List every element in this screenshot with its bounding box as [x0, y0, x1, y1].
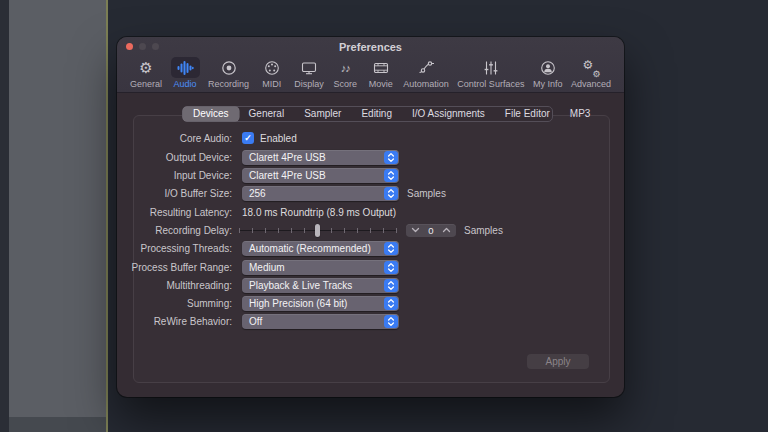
popup-chevrons-icon [384, 279, 398, 292]
process-buffer-range-popup[interactable]: Medium [242, 260, 399, 275]
samples-suffix: Samples [407, 188, 446, 199]
rewire-behavior-popup[interactable]: Off [242, 314, 399, 329]
record-icon [215, 57, 243, 78]
multithreading-popup[interactable]: Playback & Live Tracks [242, 278, 399, 293]
popup-chevrons-icon [384, 261, 398, 274]
tab-devices[interactable]: Devices [183, 107, 239, 121]
window-chrome: Preferences ⚙ General [117, 37, 624, 93]
display-icon [295, 57, 323, 78]
desktop-divider-line [106, 0, 108, 432]
tab-editing[interactable]: Editing [351, 107, 402, 121]
processing-threads-popup[interactable]: Automatic (Recommended) [242, 241, 399, 256]
music-notes-icon: ♪♪ [332, 57, 358, 78]
recording-delay-stepper: 0 [406, 224, 456, 237]
toolbar-item-midi[interactable]: MIDI [258, 57, 286, 89]
traffic-lights [126, 43, 159, 50]
toolbar-item-movie[interactable]: Movie [367, 57, 395, 89]
toolbar-item-display[interactable]: Display [294, 57, 324, 89]
stepper-decrement-chevron-icon[interactable] [411, 227, 420, 233]
slider-thumb[interactable] [315, 224, 320, 237]
minimize-button[interactable] [139, 43, 146, 50]
tab-mp3[interactable]: MP3 [560, 107, 601, 121]
row-processing-threads: Processing Threads: Automatic (Recommend… [117, 240, 624, 256]
toolbar-item-automation[interactable]: Automation [403, 57, 449, 89]
preferences-tab-bar: Devices General Sampler Editing I/O Assi… [182, 106, 553, 122]
desktop-gray-panel [9, 0, 106, 432]
tab-general[interactable]: General [239, 107, 295, 121]
preferences-window: Preferences ⚙ General [117, 37, 624, 397]
row-resulting-latency: Resulting Latency: 18.0 ms Roundtrip (8.… [117, 204, 624, 220]
toolbar-item-recording[interactable]: Recording [208, 57, 249, 89]
close-button[interactable] [126, 43, 133, 50]
tab-io-assignments[interactable]: I/O Assignments [402, 107, 495, 121]
row-recording-delay: Recording Delay: 0 Samples [117, 222, 624, 238]
samples-suffix: Samples [464, 225, 503, 236]
toolbar-item-advanced[interactable]: ⚙⚙ Advanced [571, 57, 611, 89]
toolbar-item-control-surfaces[interactable]: Control Surfaces [457, 57, 524, 89]
stepper-increment-chevron-icon[interactable] [442, 227, 451, 233]
midi-icon [258, 57, 286, 78]
row-output-device: Output Device: Clarett 4Pre USB [117, 149, 624, 165]
popup-chevrons-icon [384, 187, 398, 200]
toolbar-item-audio[interactable]: Audio [171, 57, 200, 89]
zoom-button[interactable] [152, 43, 159, 50]
automation-curve-icon [412, 57, 441, 78]
row-multithreading: Multithreading: Playback & Live Tracks [117, 277, 624, 293]
tab-sampler[interactable]: Sampler [294, 107, 351, 121]
toolbar-item-score[interactable]: ♪♪ Score [332, 57, 358, 89]
audio-waveform-icon [171, 57, 200, 78]
tab-file-editor[interactable]: File Editor [495, 107, 560, 121]
row-rewire-behavior: ReWire Behavior: Off [117, 313, 624, 329]
summing-popup[interactable]: High Precision (64 bit) [242, 296, 399, 311]
popup-chevrons-icon [384, 315, 398, 328]
desktop-gray-panel-bottom [9, 417, 106, 432]
recording-delay-value: 0 [428, 225, 433, 236]
toolbar-item-general[interactable]: ⚙ General [130, 57, 162, 89]
apply-button[interactable]: Apply [527, 354, 589, 369]
recording-delay-slider[interactable] [239, 223, 397, 237]
latency-value: 18.0 ms Roundtrip (8.9 ms Output) [242, 207, 396, 218]
row-process-buffer-range: Process Buffer Range: Medium [117, 259, 624, 275]
input-device-popup[interactable]: Clarett 4Pre USB [242, 168, 399, 183]
core-audio-checkbox[interactable]: ✓ [242, 132, 254, 144]
preferences-toolbar: ⚙ General Aud [117, 56, 624, 93]
row-core-audio: Core Audio: ✓ Enabled [117, 130, 624, 146]
desktop-left-strip [0, 0, 9, 432]
io-buffer-size-popup[interactable]: 256 [242, 186, 399, 201]
popup-chevrons-icon [384, 297, 398, 310]
popup-chevrons-icon [384, 242, 398, 255]
gears-icon: ⚙⚙ [576, 57, 605, 78]
row-summing: Summing: High Precision (64 bit) [117, 295, 624, 311]
person-icon [534, 57, 562, 78]
popup-chevrons-icon [384, 151, 398, 164]
film-icon [367, 57, 395, 78]
window-title: Preferences [117, 37, 624, 57]
output-device-popup[interactable]: Clarett 4Pre USB [242, 150, 399, 165]
checkbox-label: Enabled [260, 133, 297, 144]
checkmark-icon: ✓ [244, 133, 252, 143]
row-input-device: Input Device: Clarett 4Pre USB [117, 167, 624, 183]
titlebar: Preferences [117, 37, 624, 56]
row-io-buffer-size: I/O Buffer Size: 256 Samples [117, 185, 624, 201]
faders-icon [477, 57, 505, 78]
toolbar-item-my-info[interactable]: My Info [533, 57, 563, 89]
popup-chevrons-icon [384, 169, 398, 182]
gear-icon: ⚙ [133, 57, 159, 78]
